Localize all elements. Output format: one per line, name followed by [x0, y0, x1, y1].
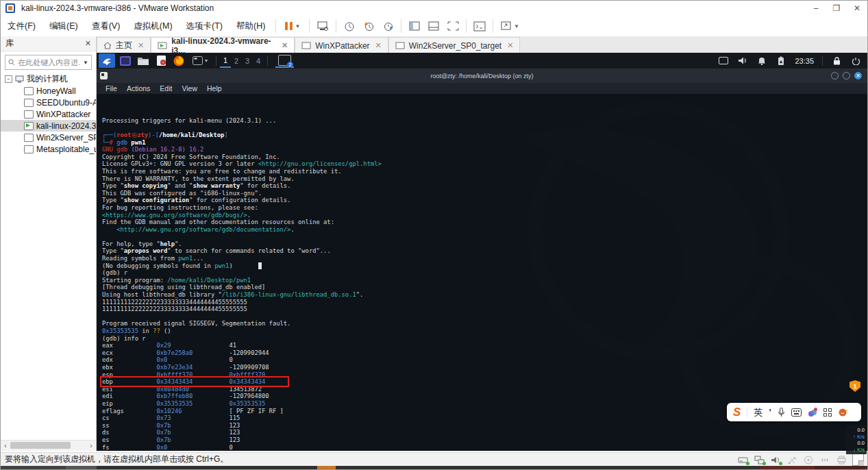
restore-button[interactable]: ❐ [826, 1, 847, 16]
punctuation-icon[interactable]: ’ [769, 407, 771, 417]
virtual-console-button[interactable] [471, 18, 488, 34]
sogou-input-bar[interactable]: S 英 ’ [727, 403, 861, 421]
menu-edit[interactable]: 编辑(E) [42, 16, 85, 36]
terminal-maximize-button[interactable] [843, 72, 850, 79]
clock[interactable]: 23:35 [795, 57, 814, 65]
printer-icon[interactable] [836, 455, 847, 464]
terminal-title: root@zty: /home/kali/Desktop (on zty) [97, 73, 867, 79]
terminal-line: Processing triggers for kali-menu (2024.… [102, 117, 867, 125]
tab-close-icon[interactable]: ✕ [138, 41, 144, 50]
menu-file[interactable]: 文件(F) [1, 16, 42, 36]
terminal-menu-edit[interactable]: Edit [155, 84, 177, 92]
menu-tabs[interactable]: 选项卡(T) [179, 16, 230, 36]
collapse-icon[interactable]: − [5, 75, 12, 83]
emoji-icon[interactable] [838, 408, 848, 417]
pause-button[interactable]: ▼ [281, 18, 304, 34]
scrollbar-thumb[interactable] [10, 442, 71, 449]
tab-close-icon[interactable]: ✕ [375, 41, 382, 50]
terminal-title-bar[interactable]: root@zty: /home/kali/Desktop (on zty) ✕ [97, 69, 867, 83]
send-ctrl-alt-del-button[interactable] [314, 18, 331, 34]
sidebar-item-honeywall[interactable]: HoneyWall [1, 85, 96, 97]
file-manager-icon[interactable] [136, 54, 150, 68]
tab-kali-vm[interactable]: kali-linux-2024.3-vmware-i3...✕ [151, 37, 295, 53]
terminal-close-button[interactable]: ✕ [854, 72, 862, 79]
tab-winxpattacker[interactable]: WinXPattacker✕ [295, 37, 388, 53]
show-library-button[interactable] [406, 18, 423, 34]
menu-toolbar-row: 文件(F) 编辑(E) 查看(V) 虚拟机(M) 选项卡(T) 帮助(H) ▼ [1, 16, 867, 37]
volume-icon[interactable] [736, 54, 749, 68]
window-list-button[interactable]: 2 [275, 53, 294, 68]
enter-fullscreen-button[interactable]: ▼ [498, 18, 521, 34]
terminal-menu-help[interactable]: Help [202, 84, 227, 92]
status-hint: 要将输入定向到该虚拟机，请在虚拟机内部单击或按 Ctrl+G。 [5, 454, 228, 465]
screen-icon[interactable] [717, 54, 730, 68]
tab-close-icon[interactable]: ✕ [282, 41, 288, 50]
soft-keyboard-icon[interactable] [791, 408, 802, 417]
sidebar-item-kali-linux[interactable]: kali-linux-2024.3- [1, 120, 96, 132]
tab-close-icon[interactable]: ✕ [507, 41, 513, 50]
menu-help[interactable]: 帮助(H) [230, 16, 272, 36]
bluetooth-icon[interactable] [820, 455, 830, 464]
sidebar-item-winxpattacker[interactable]: WinXPattacker [1, 108, 96, 120]
scroll-right-icon[interactable]: › [86, 441, 96, 450]
lock-icon[interactable] [830, 54, 843, 68]
workspace-3[interactable]: 3 [242, 53, 253, 68]
terminal-line: ┌──(root㉿zty)-[/home/kali/Desktop] [102, 132, 867, 139]
sound-icon[interactable] [771, 455, 781, 464]
input-mode-label[interactable]: 英 [754, 406, 762, 419]
cd-icon[interactable] [804, 455, 814, 464]
library-close-icon[interactable]: ✕ [85, 39, 91, 48]
menu-view[interactable]: 查看(V) [85, 16, 127, 36]
sidebar-item-metasploitable[interactable]: Metasploitable_u [1, 143, 96, 155]
workspace-4[interactable]: 4 [253, 53, 264, 68]
enter-unity-button[interactable] [445, 18, 461, 34]
notifications-icon[interactable] [755, 54, 769, 68]
skin-icon[interactable] [808, 408, 817, 417]
terminal-menu-actions[interactable]: Actions [122, 84, 155, 92]
terminal-output[interactable]: Processing triggers for kali-menu (2024.… [97, 94, 867, 451]
firefox-icon[interactable] [172, 54, 186, 68]
terminal-minimize-button[interactable] [831, 72, 839, 79]
hard-disk-icon[interactable] [738, 455, 748, 464]
microphone-icon[interactable] [778, 408, 785, 417]
vm-display[interactable]: ▾ 1 2 3 4 2 ▲ 23:35 [97, 53, 867, 451]
search-dropdown-icon[interactable]: ▼ [83, 60, 88, 66]
menu-vm[interactable]: 虚拟机(M) [127, 16, 179, 36]
battery-icon[interactable]: ▲ [774, 54, 788, 68]
vm-icon [24, 99, 34, 107]
kali-menu-button[interactable] [99, 53, 115, 68]
upload-value: 0.0 [846, 427, 865, 434]
tree-root-my-computer[interactable]: − 我的计算机 [1, 73, 96, 85]
usb-icon[interactable] [787, 455, 797, 464]
sidebar-item-win2kserver[interactable]: Win2kServer_SP0 [1, 132, 96, 143]
power-icon[interactable] [849, 54, 863, 68]
message-log-icon[interactable] [852, 454, 864, 466]
workspace-1[interactable]: 1 [220, 53, 231, 68]
terminal-line: There is NO WARRANTY, to the extent perm… [102, 175, 867, 183]
terminal-menu-view[interactable]: View [177, 84, 202, 92]
terminal-dropdown-icon[interactable]: ▾ [190, 54, 210, 68]
scroll-left-icon[interactable]: ‹ [1, 441, 10, 450]
terminal-icon[interactable] [119, 54, 132, 68]
vm-icon [24, 87, 34, 95]
manage-snapshots-button[interactable] [380, 18, 396, 34]
close-button[interactable]: ✕ [847, 1, 867, 16]
library-search-input[interactable]: 在此处键入内容进... ▼ [5, 55, 92, 70]
tab-home[interactable]: 主页✕ [97, 37, 151, 53]
library-hscrollbar[interactable]: ‹ › [1, 440, 96, 451]
revert-snapshot-button[interactable] [360, 18, 377, 34]
text-editor-icon[interactable] [154, 54, 168, 68]
minimize-button[interactable]: – [806, 1, 826, 16]
sidebar-item-seedubuntu9[interactable]: SEEDUbuntu9-Au [1, 97, 96, 108]
terminal-menu-file[interactable]: File [101, 84, 122, 92]
terminal-window[interactable]: root@zty: /home/kali/Desktop (on zty) ✕ … [97, 69, 867, 451]
take-snapshot-button[interactable] [341, 18, 358, 34]
network-adapter-icon[interactable] [754, 455, 765, 464]
workspace-2[interactable]: 2 [231, 53, 242, 68]
tab-win2kserver[interactable]: Win2kServer_SP0_target✕ [388, 37, 521, 53]
console-icon [473, 21, 486, 32]
sogou-logo-icon[interactable]: S [733, 406, 741, 419]
toolbox-icon[interactable] [823, 408, 832, 417]
show-thumbnails-button[interactable] [425, 18, 442, 34]
tab-strip: 主页✕ kali-linux-2024.3-vmware-i3...✕ WinX… [97, 36, 867, 53]
